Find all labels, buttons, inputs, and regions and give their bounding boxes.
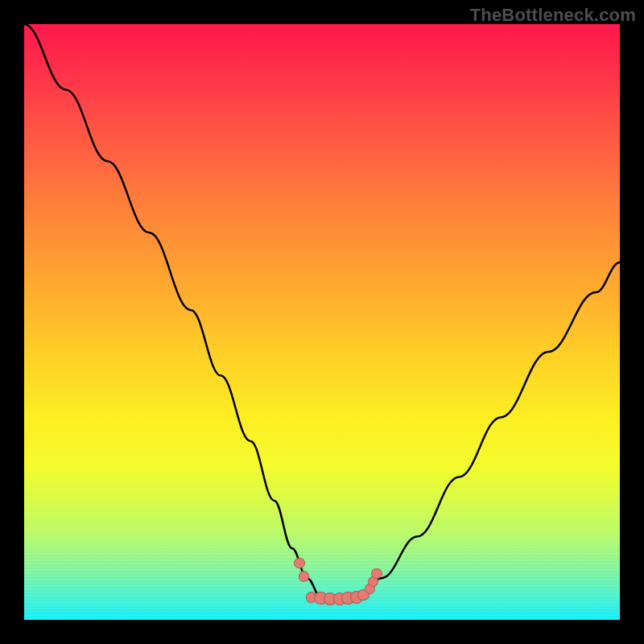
bottleneck-curve	[24, 24, 620, 620]
data-point-marker	[371, 568, 382, 579]
watermark-label: TheBottleneck.com	[470, 5, 636, 26]
data-point-marker	[299, 571, 309, 581]
plot-area	[24, 24, 620, 620]
data-point-marker	[294, 558, 304, 568]
chart-frame: TheBottleneck.com	[0, 0, 644, 644]
